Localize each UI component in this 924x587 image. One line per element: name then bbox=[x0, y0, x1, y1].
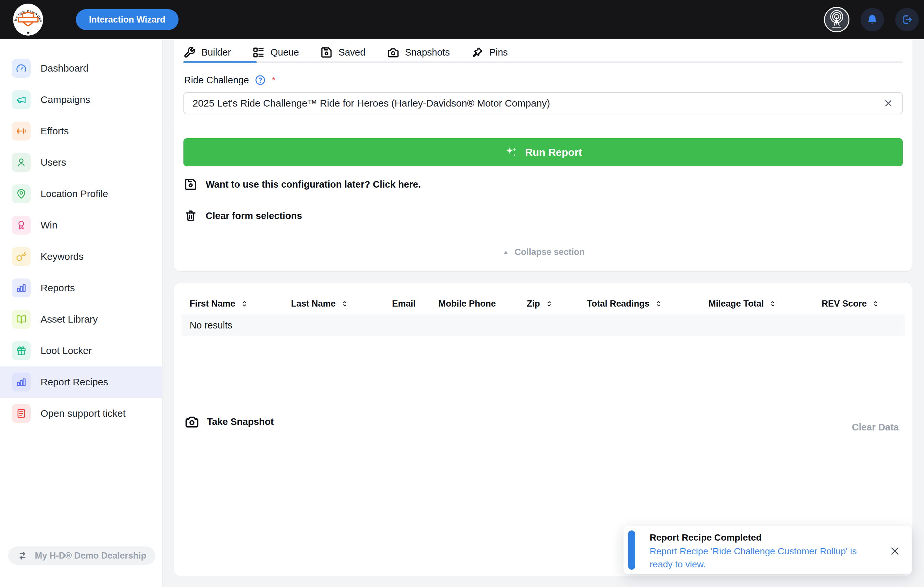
tab-pins[interactable]: Pins bbox=[472, 46, 508, 58]
sidebar-item-win[interactable]: Win bbox=[0, 209, 162, 241]
divider bbox=[174, 124, 912, 124]
save-icon bbox=[320, 46, 333, 58]
sort-icon[interactable] bbox=[654, 299, 663, 308]
sort-icon[interactable] bbox=[871, 299, 880, 308]
sidebar-item-dashboard[interactable]: Dashboard bbox=[0, 53, 162, 84]
sidebar-item-label: Campaigns bbox=[41, 94, 90, 105]
active-tab-indicator bbox=[183, 61, 257, 63]
empty-results-label: No results bbox=[190, 320, 233, 331]
tab-track bbox=[183, 61, 903, 63]
sidebar-item-users[interactable]: Users bbox=[0, 147, 162, 178]
avatar[interactable] bbox=[824, 7, 850, 32]
sidebar: DashboardCampaignsEffortsUsersLocation P… bbox=[0, 39, 162, 587]
key-icon bbox=[12, 247, 31, 266]
logout-button[interactable] bbox=[895, 8, 919, 31]
column-header-first-name[interactable]: First Name bbox=[182, 299, 283, 309]
sidebar-item-open-support-ticket[interactable]: Open support ticket bbox=[0, 398, 162, 429]
table-header-row: First NameLast NameEmailMobile PhoneZipT… bbox=[182, 294, 905, 314]
toast-title: Report Recipe Completed bbox=[650, 533, 873, 543]
save-configuration-label: Want to use this configuration later? Cl… bbox=[206, 179, 421, 190]
top-header: MY NEW DEMO DEALERSHIP ★ Interaction Wiz… bbox=[0, 0, 924, 39]
book-open-icon bbox=[12, 310, 31, 329]
sparkles-icon bbox=[504, 145, 518, 159]
save-configuration-link[interactable]: Want to use this configuration later? Cl… bbox=[184, 178, 421, 191]
column-label: Last Name bbox=[291, 299, 336, 309]
builder-card: BuilderQueueSavedSnapshotsPins Ride Chal… bbox=[174, 39, 912, 272]
file-text-icon bbox=[12, 404, 31, 423]
sidebar-item-label: Report Recipes bbox=[41, 376, 108, 387]
tab-label: Pins bbox=[490, 47, 508, 58]
notifications-button[interactable] bbox=[861, 8, 884, 31]
sidebar-item-label: Efforts bbox=[41, 125, 69, 137]
column-label: Zip bbox=[527, 299, 540, 309]
tab-queue[interactable]: Queue bbox=[252, 46, 299, 58]
run-report-button[interactable]: Run Report bbox=[183, 138, 903, 167]
tab-label: Snapshots bbox=[405, 47, 450, 58]
dealership-label: My H-D® Demo Dealership bbox=[35, 551, 147, 561]
collapse-section-label: Collapse section bbox=[515, 247, 585, 257]
sidebar-item-asset-library[interactable]: Asset Library bbox=[0, 303, 162, 335]
toast-close-icon[interactable] bbox=[889, 545, 901, 557]
sidebar-item-label: Keywords bbox=[41, 251, 84, 262]
logout-icon bbox=[901, 14, 913, 25]
sidebar-item-label: Reports bbox=[41, 282, 75, 294]
trash-icon bbox=[184, 209, 197, 222]
tab-label: Queue bbox=[271, 47, 299, 58]
tab-label: Builder bbox=[201, 47, 231, 58]
dealership-switcher[interactable]: My H-D® Demo Dealership bbox=[8, 546, 155, 565]
column-header-rev-score[interactable]: REV Score bbox=[813, 299, 905, 309]
column-label: REV Score bbox=[822, 299, 867, 309]
sidebar-item-loot-locker[interactable]: Loot Locker bbox=[0, 335, 162, 366]
toast-body: Report Recipe Completed Report Recipe 'R… bbox=[650, 533, 873, 571]
sidebar-item-location-profile[interactable]: Location Profile bbox=[0, 178, 162, 209]
column-label: Total Readings bbox=[587, 299, 650, 309]
sidebar-item-campaigns[interactable]: Campaigns bbox=[0, 84, 162, 115]
sidebar-item-label: Users bbox=[41, 157, 66, 168]
camera-icon bbox=[185, 414, 199, 429]
gift-icon bbox=[12, 341, 31, 360]
sidebar-item-label: Open support ticket bbox=[41, 408, 125, 419]
interaction-wizard-button[interactable]: Interaction Wizard bbox=[76, 9, 178, 30]
sidebar-item-label: Win bbox=[41, 219, 58, 231]
take-snapshot-button[interactable]: Take Snapshot bbox=[185, 414, 274, 429]
sort-icon[interactable] bbox=[240, 299, 249, 308]
sidebar-item-keywords[interactable]: Keywords bbox=[0, 241, 162, 272]
tab-saved[interactable]: Saved bbox=[320, 46, 365, 58]
ride-challenge-select[interactable]: 2025 Let's Ride Challenge™ Ride for Hero… bbox=[183, 92, 903, 114]
wrench-icon bbox=[183, 46, 196, 58]
collapse-section-button[interactable]: Collapse section bbox=[174, 247, 912, 257]
sidebar-item-label: Dashboard bbox=[41, 63, 89, 74]
help-icon[interactable] bbox=[255, 74, 266, 86]
ride-challenge-field-row: Ride Challenge * bbox=[184, 74, 276, 86]
floppy-icon bbox=[184, 178, 197, 191]
map-pin-icon bbox=[12, 184, 31, 203]
clear-form-button[interactable]: Clear form selections bbox=[184, 209, 302, 222]
tab-snapshots[interactable]: Snapshots bbox=[387, 46, 450, 58]
tab-label: Saved bbox=[338, 47, 365, 58]
required-asterisk: * bbox=[272, 75, 275, 86]
sort-icon[interactable] bbox=[768, 299, 777, 308]
sort-icon[interactable] bbox=[545, 299, 554, 308]
bar-chart-icon bbox=[12, 279, 31, 297]
clear-selection-icon[interactable] bbox=[883, 98, 894, 109]
column-header-zip[interactable]: Zip bbox=[518, 299, 579, 309]
column-header-total-readings[interactable]: Total Readings bbox=[579, 299, 700, 309]
dumbbell-icon bbox=[12, 122, 31, 140]
sidebar-item-report-recipes[interactable]: Report Recipes bbox=[0, 366, 162, 398]
clear-data-button[interactable]: Clear Data bbox=[852, 422, 899, 433]
award-icon bbox=[12, 216, 31, 235]
sort-icon[interactable] bbox=[340, 299, 349, 308]
gauge-icon bbox=[12, 59, 31, 78]
column-header-mileage-total[interactable]: Mileage Total bbox=[700, 299, 813, 309]
sidebar-item-efforts[interactable]: Efforts bbox=[0, 115, 162, 147]
sidebar-item-reports[interactable]: Reports bbox=[0, 272, 162, 303]
pin-icon bbox=[472, 46, 483, 58]
toast-link[interactable]: Report Recipe 'Ride Challenge Customer R… bbox=[650, 545, 873, 571]
empty-results-row: No results bbox=[182, 314, 905, 336]
tab-builder[interactable]: Builder bbox=[183, 46, 231, 58]
toast-notification: Report Recipe Completed Report Recipe 'R… bbox=[624, 526, 912, 574]
column-header-email: Email bbox=[384, 299, 430, 309]
swap-arrows-icon bbox=[17, 551, 28, 561]
dealership-logo[interactable]: MY NEW DEMO DEALERSHIP ★ bbox=[11, 3, 45, 36]
column-header-last-name[interactable]: Last Name bbox=[283, 299, 384, 309]
